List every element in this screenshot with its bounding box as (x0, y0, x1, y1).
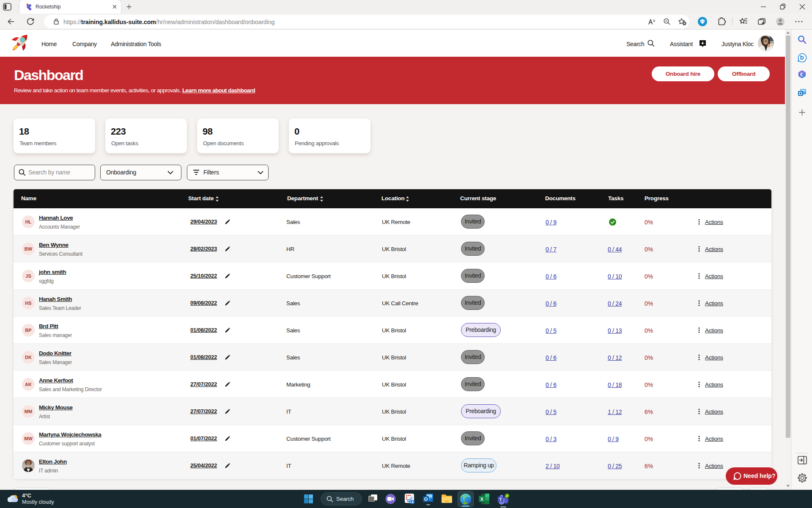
svg-text:T: T (499, 497, 502, 502)
svg-text:O: O (424, 497, 428, 502)
svg-text:X: X (480, 497, 484, 502)
